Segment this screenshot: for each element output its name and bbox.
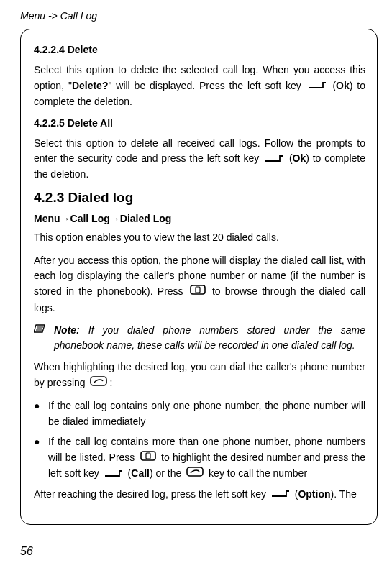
bullet-dot: ● xyxy=(34,434,48,482)
text: If the call log contains only one phone … xyxy=(48,398,365,429)
heading-4-2-2-4: 4.2.2.4 Delete xyxy=(34,44,365,55)
note-text: If you dialed phone numbers stored under… xyxy=(54,324,365,350)
paragraph: After you access this option, the phone … xyxy=(34,253,365,316)
content-frame: 4.2.2.4 Delete Select this option to del… xyxy=(20,29,378,525)
paragraph: Select this option to delete the selecte… xyxy=(34,63,365,110)
text: " will be displayed. Press the left soft… xyxy=(108,80,305,91)
paragraph: When highlighting the desired log, you c… xyxy=(34,359,365,391)
svg-rect-1 xyxy=(196,287,200,293)
call-key-icon xyxy=(89,375,108,392)
paragraph: Select this option to delete all receive… xyxy=(34,136,365,183)
note-label: Note: xyxy=(54,324,80,336)
page-number: 56 xyxy=(20,545,33,558)
text: ( xyxy=(125,467,132,479)
text-bold: Option xyxy=(298,488,330,500)
svg-rect-7 xyxy=(146,453,150,459)
list-item: ● If the call log contains more than one… xyxy=(34,434,365,482)
nav-key-icon xyxy=(189,284,206,301)
text: ( xyxy=(329,80,337,91)
text-bold: Ok xyxy=(293,152,306,164)
text: : xyxy=(109,377,112,388)
text-bold: Delete? xyxy=(72,80,109,91)
bullet-dot: ● xyxy=(34,398,48,429)
text: key to call the number xyxy=(206,467,307,479)
text: ) or the xyxy=(150,467,184,479)
left-softkey-icon xyxy=(104,467,124,482)
heading-4-2-2-5: 4.2.2.5 Delete All xyxy=(34,117,365,129)
heading-4-2-3: 4.2.3 Dialed log xyxy=(34,190,365,206)
left-softkey-icon xyxy=(264,152,284,168)
left-softkey-icon xyxy=(270,487,291,503)
note-icon xyxy=(34,323,54,352)
nav-key-icon xyxy=(140,450,157,467)
paragraph: This option enables you to view the last… xyxy=(34,230,365,246)
menu-path: Menu→Call Log→Dialed Log xyxy=(34,213,365,224)
svg-rect-5 xyxy=(91,377,106,385)
text: ( xyxy=(286,152,292,164)
left-softkey-icon xyxy=(307,78,327,94)
text-bold: Ok xyxy=(336,80,350,91)
note: Note: If you dialed phone numbers stored… xyxy=(34,323,365,352)
call-key-icon xyxy=(186,466,204,482)
text-bold: Call xyxy=(131,467,150,479)
paragraph: After reaching the desired log, press th… xyxy=(34,487,365,503)
svg-rect-8 xyxy=(187,467,203,476)
text: ). The xyxy=(331,488,357,500)
list-item: ● If the call log contains only one phon… xyxy=(34,398,365,429)
text: When highlighting the desired log, you c… xyxy=(34,361,365,388)
text: After reaching the desired log, press th… xyxy=(34,488,269,500)
breadcrumb: Menu -> Call Log xyxy=(20,10,378,22)
